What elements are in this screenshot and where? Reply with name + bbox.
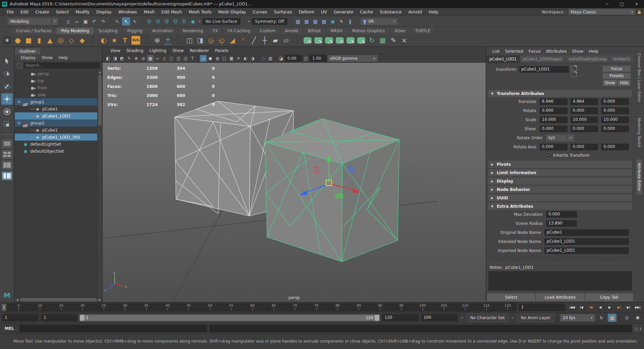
gamma-icon[interactable]: ◫ [303, 55, 309, 62]
gate-mask-icon[interactable]: ▢ [168, 55, 175, 62]
menu-item[interactable]: Surfaces [271, 9, 296, 14]
color-management-dropdown[interactable]: sRGB gamma [327, 55, 378, 62]
focus-button[interactable]: Focus [603, 66, 631, 72]
erase-sculpt-icon[interactable] [356, 35, 366, 46]
lasso-select-tool-icon[interactable] [1, 68, 13, 79]
layout-two-pane-button[interactable] [2, 161, 12, 169]
shelf-separator[interactable] [174, 35, 184, 46]
outliner-item-pcube1-2[interactable]: pCube1 [15, 127, 102, 134]
shelf-tab[interactable]: FX [208, 28, 223, 34]
save-scene-button[interactable]: ▣ [82, 17, 90, 26]
undo-button[interactable]: ↶ [90, 17, 98, 26]
menu-item[interactable]: Mesh Tools [185, 9, 215, 14]
viewport-menu-item[interactable]: Renderer [187, 48, 212, 53]
attribute-editor-tab[interactable]: pCube1_LODShape1 [520, 55, 566, 63]
paint-effects-button[interactable]: ✎ [337, 17, 345, 26]
create-polygon-icon[interactable]: ▱ [281, 35, 291, 46]
greasepencil-icon[interactable]: ◎ [140, 55, 147, 62]
film-gate-icon[interactable]: ▭ [154, 55, 161, 62]
bounding-box-icon[interactable]: ▢ [221, 55, 228, 62]
menuset-caret[interactable]: ▾ [52, 18, 58, 25]
section-node-behavior[interactable]: ▶Node Behavior [488, 186, 632, 193]
shear-z-field[interactable]: 0.000 [601, 126, 629, 132]
side-panel-tab[interactable]: Attribute Editor [636, 159, 642, 195]
textured-mode-icon[interactable]: ▩ [228, 55, 235, 62]
grid-toggle-icon[interactable]: ▦ [147, 55, 154, 62]
isolate-select-icon[interactable]: ◌ [260, 55, 267, 62]
presets-button[interactable]: Presets [603, 73, 631, 79]
rotate-x-field[interactable]: 0.000 [540, 107, 568, 114]
outliner-item-persp[interactable]: persp [15, 70, 102, 77]
menuset-dropdown[interactable]: Modeling [8, 18, 51, 25]
rotate-tool-icon[interactable] [1, 106, 13, 117]
open-scene-button[interactable]: ▱ [73, 17, 81, 26]
pause-viewport-button[interactable]: ‖ [346, 17, 354, 26]
step-back-frame-button[interactable]: |◀ [577, 304, 586, 311]
gamma-field[interactable]: 1.00 [310, 55, 327, 62]
attribute-editor-tab[interactable]: lambert1 [610, 55, 634, 63]
statusline-grip[interactable] [289, 18, 292, 25]
wireframe-mode-icon[interactable]: ◇ [200, 55, 207, 62]
frame-selection-icon[interactable]: ⊕ [152, 35, 162, 46]
poly-plane-icon[interactable]: ◇ [66, 35, 76, 46]
outliner-item-pcube1-lod1-001[interactable]: pCube1_LOD1_001 [15, 134, 102, 141]
viewport-menu-item[interactable]: Lighting [146, 48, 169, 53]
shelf-tab[interactable]: Poly Modeling [56, 28, 94, 34]
ipr-render-button[interactable]: ▥ [303, 17, 311, 26]
viewport-toolbar-separator[interactable] [275, 55, 276, 61]
menu-item[interactable]: Mesh Display [215, 9, 249, 14]
hide-button[interactable]: Hide [618, 80, 631, 86]
connect-icon[interactable]: ┼ [260, 35, 270, 46]
scale-tool-icon[interactable] [1, 119, 13, 130]
side-panel-tab[interactable]: Channel Box / Layer Editor [636, 50, 642, 106]
attribute-editor-tab[interactable]: pCube1_LOD1 [486, 55, 520, 63]
poly-star-icon[interactable]: ★ [109, 35, 119, 46]
outliner-item-pcube1-lod1[interactable]: pCube1_LOD1 [15, 112, 102, 119]
symmetry-caret[interactable]: ▾ [247, 20, 251, 23]
sculpt-tool-icon[interactable] [303, 35, 313, 46]
rotate-axis-y-field[interactable]: 0.000 [571, 144, 598, 150]
boolean-difference-icon[interactable]: ◵ [217, 35, 227, 46]
2d-pan-zoom-icon[interactable]: ⊕ [133, 55, 140, 62]
menu-item[interactable]: Select [53, 9, 72, 14]
transform-name-field[interactable]: pCube1_LOD1 [519, 66, 569, 73]
imported-node-name-field[interactable]: pCube1_LOD1 [544, 247, 629, 254]
animation-end-field[interactable]: 200 [421, 314, 458, 321]
layout-four-pane-button[interactable] [2, 150, 12, 158]
freeze-sculpt-icon[interactable]: ↻ [367, 35, 377, 46]
outliner-item-group2[interactable]: ⊟ group2 [15, 119, 102, 127]
poly-sphere-icon[interactable]: ● [13, 35, 23, 46]
menu-item[interactable]: Cache [357, 9, 376, 14]
image-plane-icon[interactable]: ✎ [126, 55, 132, 62]
shear-y-field[interactable]: 0.000 [571, 126, 598, 132]
render-settings-button[interactable]: ▥ [320, 17, 328, 26]
filter-icon[interactable] [17, 63, 22, 68]
outliner-search-input[interactable]: Search... [23, 62, 100, 68]
boolean-union-icon[interactable]: ◶ [206, 35, 216, 46]
statusline-grip[interactable] [60, 18, 62, 25]
workspace-dropdown[interactable]: Maya Classic ▾ [568, 9, 635, 15]
maximize-button[interactable]: □ [614, 0, 629, 8]
grab-sculpt-icon[interactable] [313, 35, 323, 46]
snap-to-origin-icon[interactable]: + 0,0,0 [163, 35, 173, 46]
shelf-tab[interactable]: Sculpting [94, 28, 122, 34]
safe-action-icon[interactable]: ◲ [182, 55, 189, 62]
playback-end-field[interactable]: 120 [382, 314, 419, 321]
svg-tool-icon[interactable]: SVG [131, 35, 141, 46]
select-object-mode-button[interactable]: ↖ [122, 17, 130, 26]
translate-x-field[interactable]: 6.946 [540, 98, 568, 105]
smooth-sculpt-icon[interactable] [324, 35, 334, 46]
viewport-canvas[interactable]: y x z Verts: 1508 304 0 [103, 63, 486, 302]
load-attributes-button[interactable]: Load Attributes [536, 293, 584, 301]
scroll-up-icon[interactable]: ▲ [99, 69, 101, 74]
menu-item[interactable]: Generate [330, 9, 357, 14]
move-tool-icon[interactable] [1, 93, 13, 105]
shelf-tab[interactable]: Rigging [122, 28, 147, 34]
snap-to-projected-center-button[interactable]: Ω [171, 17, 179, 26]
shelf-tab[interactable]: Curves / Surfaces [11, 28, 56, 34]
toolbox-grip[interactable] [3, 50, 11, 52]
poly-cylinder-icon[interactable]: ▮ [34, 35, 44, 46]
shelf-tab[interactable]: XGen [390, 28, 411, 34]
current-frame-marker[interactable]: 1 [2, 304, 6, 311]
go-to-start-button[interactable]: |◀◀ [568, 304, 576, 311]
